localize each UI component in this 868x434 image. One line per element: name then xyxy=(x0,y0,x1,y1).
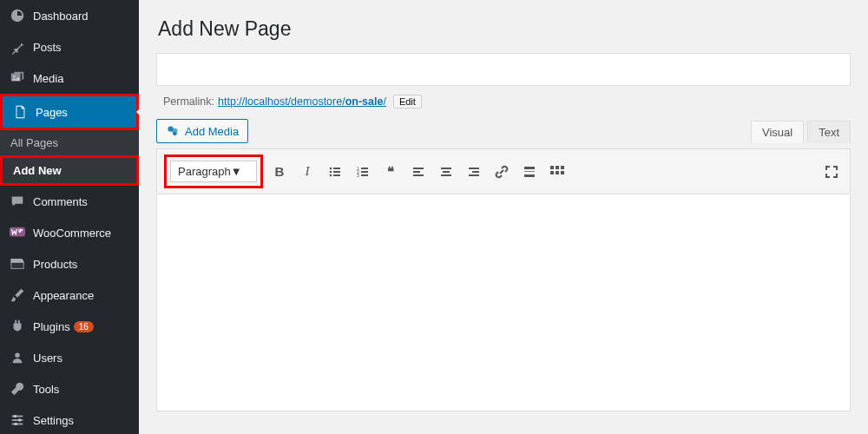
products-icon xyxy=(9,255,26,273)
svg-rect-38 xyxy=(556,166,559,169)
svg-rect-37 xyxy=(550,166,554,169)
sidebar-label: Tools xyxy=(33,383,59,396)
align-center-button[interactable] xyxy=(435,161,457,183)
editor-tabs: Visual Text xyxy=(751,121,851,143)
sidebar-label: WooCommerce xyxy=(33,227,111,240)
chevron-down-icon: ▼ xyxy=(231,165,242,178)
svg-rect-33 xyxy=(524,167,535,169)
update-badge: 16 xyxy=(74,321,94,332)
admin-sidebar: Dashboard Posts Media Pages All Pages Ad… xyxy=(0,0,139,434)
sidebar-sub-add-new[interactable]: Add New xyxy=(0,155,139,186)
numbered-list-button[interactable]: 123 xyxy=(352,161,374,183)
dashboard-icon xyxy=(9,7,26,24)
svg-point-12 xyxy=(330,167,332,169)
bold-button[interactable]: B xyxy=(268,161,291,183)
sidebar-item-products[interactable]: Products xyxy=(0,248,139,279)
svg-rect-32 xyxy=(469,174,479,176)
format-select-value: Paragraph xyxy=(178,165,231,178)
pages-icon xyxy=(11,103,29,121)
sidebar-label: Pages xyxy=(36,106,68,119)
svg-rect-19 xyxy=(361,168,368,169)
svg-rect-30 xyxy=(469,168,479,169)
fullscreen-button[interactable] xyxy=(820,161,843,183)
svg-rect-29 xyxy=(441,174,451,176)
svg-point-7 xyxy=(14,415,17,418)
sidebar-label: Settings xyxy=(33,414,74,427)
svg-point-0 xyxy=(13,76,15,77)
sidebar-item-woocommerce[interactable]: WooCommerce xyxy=(0,217,139,248)
sidebar-label: Posts xyxy=(33,41,62,54)
sidebar-item-appearance[interactable]: Appearance xyxy=(0,279,139,311)
add-media-label: Add Media xyxy=(185,125,239,138)
svg-rect-39 xyxy=(561,166,564,169)
svg-rect-35 xyxy=(524,171,535,172)
svg-rect-25 xyxy=(413,171,420,173)
svg-point-9 xyxy=(14,423,17,426)
brush-icon xyxy=(9,286,26,304)
svg-rect-42 xyxy=(561,171,564,174)
format-select[interactable]: Paragraph ▼ xyxy=(170,161,257,182)
pin-icon xyxy=(9,38,26,56)
sidebar-item-settings[interactable]: Settings xyxy=(0,404,139,434)
sidebar-sub-all-pages[interactable]: All Pages xyxy=(0,130,139,155)
sidebar-sub-label: All Pages xyxy=(10,136,58,149)
sidebar-label: Comments xyxy=(33,195,88,208)
permalink-row: Permalink: http://localhost/demostore/on… xyxy=(163,95,851,108)
svg-rect-26 xyxy=(413,174,424,176)
svg-rect-23 xyxy=(361,174,368,176)
media-icon xyxy=(9,69,26,87)
sidebar-item-comments[interactable]: Comments xyxy=(0,186,139,217)
media-add-icon xyxy=(166,124,180,138)
link-button[interactable] xyxy=(490,161,513,183)
svg-rect-15 xyxy=(333,171,340,173)
tab-visual[interactable]: Visual xyxy=(751,121,804,143)
italic-button[interactable]: I xyxy=(296,161,319,183)
svg-rect-27 xyxy=(441,168,451,169)
toolbar-toggle-button[interactable] xyxy=(546,161,569,183)
editor-content-area[interactable] xyxy=(156,194,851,411)
main-content: Add New Page Permalink: http://localhost… xyxy=(139,0,868,434)
sidebar-item-posts[interactable]: Posts xyxy=(0,31,139,62)
svg-rect-24 xyxy=(413,168,424,169)
svg-point-14 xyxy=(330,170,332,173)
sidebar-label: Plugins xyxy=(33,320,70,333)
editor: Paragraph ▼ B I 123 ❝ xyxy=(156,148,851,411)
svg-rect-21 xyxy=(361,171,368,173)
sidebar-item-tools[interactable]: Tools xyxy=(0,373,139,404)
align-left-button[interactable] xyxy=(407,161,430,183)
plugin-icon xyxy=(9,318,26,335)
sidebar-item-dashboard[interactable]: Dashboard xyxy=(0,0,139,31)
sidebar-label: Media xyxy=(33,72,63,85)
svg-point-16 xyxy=(330,174,332,176)
woocommerce-icon xyxy=(9,224,26,241)
bulleted-list-button[interactable] xyxy=(324,161,346,183)
sidebar-label: Appearance xyxy=(33,289,94,302)
post-title-input[interactable] xyxy=(156,53,851,86)
page-title: Add New Page xyxy=(158,17,851,41)
align-right-button[interactable] xyxy=(463,161,485,183)
svg-rect-31 xyxy=(472,171,479,173)
svg-rect-41 xyxy=(556,171,559,174)
svg-text:3: 3 xyxy=(357,173,359,178)
edit-slug-button[interactable]: Edit xyxy=(393,95,422,108)
read-more-button[interactable] xyxy=(518,161,541,183)
sidebar-item-users[interactable]: Users xyxy=(0,342,139,373)
users-icon xyxy=(9,349,26,366)
blockquote-button[interactable]: ❝ xyxy=(379,161,402,183)
comments-icon xyxy=(9,193,26,210)
sidebar-label: Users xyxy=(33,352,62,365)
add-media-button[interactable]: Add Media xyxy=(156,119,248,143)
sidebar-item-media[interactable]: Media xyxy=(0,62,139,94)
svg-rect-17 xyxy=(333,174,340,176)
svg-point-8 xyxy=(18,418,22,422)
svg-rect-40 xyxy=(550,171,554,174)
permalink-label: Permalink: xyxy=(163,95,214,108)
sidebar-item-pages[interactable]: Pages xyxy=(0,94,139,130)
tab-text[interactable]: Text xyxy=(807,121,851,143)
settings-icon xyxy=(9,411,26,429)
svg-point-3 xyxy=(15,353,19,358)
sidebar-item-plugins[interactable]: Plugins 16 xyxy=(0,311,139,342)
svg-rect-28 xyxy=(443,171,450,173)
editor-toolbar: Paragraph ▼ B I 123 ❝ xyxy=(156,148,851,194)
permalink-link[interactable]: http://localhost/demostore/on-sale/ xyxy=(218,95,386,108)
